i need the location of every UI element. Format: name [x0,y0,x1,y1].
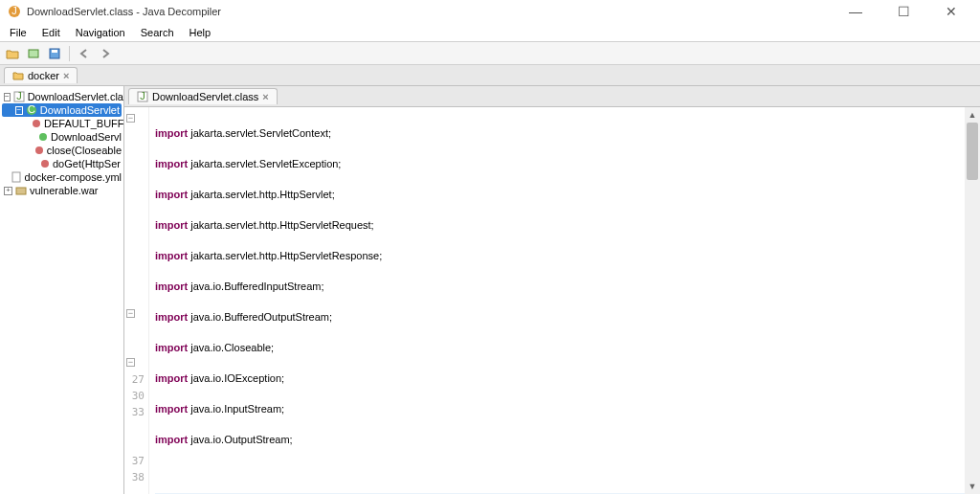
fold-icon[interactable]: − [126,309,135,318]
collapse-icon[interactable]: − [15,106,23,115]
editor-pane: J DownloadServlet.class × − − − 27 30 33… [124,86,980,494]
expand-icon[interactable]: + [4,187,12,195]
open-file-icon[interactable] [4,45,21,62]
line-number: 38 [124,469,148,485]
scroll-down-icon[interactable]: ▼ [965,479,980,494]
gutter: − − − 27 30 33 37 38 [124,107,149,494]
project-tab-label: docker [28,70,59,81]
svg-text:C: C [28,104,35,115]
tree-member-label: DownloadServl [51,131,122,143]
fold-icon[interactable]: − [126,114,135,123]
menu-search[interactable]: Search [135,25,180,40]
window-title: DownloadServlet.class - Java Decompiler [27,6,840,17]
svg-text:J: J [16,91,22,101]
svg-rect-4 [52,50,57,53]
app-icon: J [8,5,21,18]
maximize-button[interactable]: ☐ [888,4,919,19]
forward-icon[interactable] [97,45,114,62]
editor-tab-label: DownloadServlet.class [152,91,258,102]
line-number: 37 [124,453,148,469]
toolbar [0,42,980,65]
file-icon [11,171,22,183]
field-icon [32,119,41,128]
collapse-icon[interactable]: − [4,93,11,101]
project-tabstrip: docker × [0,65,980,86]
vertical-scrollbar[interactable]: ▲ ▼ [965,107,980,494]
svg-text:J: J [140,91,145,101]
tab-close-icon[interactable]: × [262,91,268,102]
open-type-icon[interactable] [25,45,42,62]
method-icon [38,132,48,142]
tree-member-close[interactable]: close(Closeable [2,144,122,157]
svg-point-11 [35,146,43,154]
menu-edit[interactable]: Edit [36,25,66,40]
toolbar-separator [69,46,70,61]
tree-root-class[interactable]: − J DownloadServlet.class [2,90,122,103]
save-icon[interactable] [46,45,63,62]
class-file-icon: J [137,91,148,102]
tree-compose-label: docker-compose.yml [25,171,122,183]
tree-war[interactable]: + vulnerable.war [2,184,122,197]
tree-class-label: DownloadServlet [40,104,120,116]
menu-bar: File Edit Navigation Search Help [0,23,980,42]
tree-member-doget[interactable]: doGet(HttpSer [2,157,122,170]
tree-member-label: close(Closeable [47,145,122,156]
close-button[interactable]: ✕ [936,4,967,19]
class-icon: C [26,104,37,116]
minimize-button[interactable]: — [840,4,871,19]
line-number: 30 [124,388,148,404]
fold-icon[interactable]: − [126,358,135,367]
svg-rect-13 [12,172,20,182]
editor-tab-active[interactable]: J DownloadServlet.class × [128,88,278,104]
tree-member-label: doGet(HttpSer [53,158,121,169]
method-icon [40,159,50,168]
line-number: 27 [124,371,148,388]
scroll-up-icon[interactable]: ▲ [965,107,980,123]
archive-icon [15,185,27,196]
svg-point-12 [41,160,49,168]
window-controls: — ☐ ✕ [840,4,972,19]
editor-body[interactable]: − − − 27 30 33 37 38 import jakarta.serv… [124,107,980,494]
project-tree: − J DownloadServlet.class − C DownloadSe… [0,86,124,494]
tree-member-const[interactable]: DEFAULT_BUFF [2,117,122,130]
svg-rect-2 [29,50,38,57]
svg-text:J: J [11,5,17,16]
editor-tabstrip: J DownloadServlet.class × [124,86,980,107]
project-tab-docker[interactable]: docker × [4,67,78,83]
tree-war-label: vulnerable.war [30,185,99,196]
tab-close-icon[interactable]: × [63,70,69,81]
svg-point-10 [39,133,47,141]
svg-point-9 [33,120,40,127]
folder-icon [12,70,24,81]
tree-compose[interactable]: docker-compose.yml [2,170,122,184]
menu-help[interactable]: Help [184,25,217,40]
tree-root-label: DownloadServlet.class [28,91,124,102]
back-icon[interactable] [76,45,93,62]
code-area[interactable]: import jakarta.servlet.ServletContext; i… [149,107,980,494]
menu-file[interactable]: File [4,25,33,40]
menu-navigation[interactable]: Navigation [70,25,131,40]
tree-member-label: DEFAULT_BUFF [44,118,124,129]
title-bar: J DownloadServlet.class - Java Decompile… [0,0,980,23]
class-file-icon: J [13,91,25,102]
method-icon [34,146,44,155]
scrollbar-thumb[interactable] [967,123,978,180]
svg-rect-14 [16,188,26,194]
tree-member-ctor[interactable]: DownloadServl [2,130,122,144]
tree-class-node[interactable]: − C DownloadServlet [2,103,122,117]
line-number: 33 [124,404,148,420]
